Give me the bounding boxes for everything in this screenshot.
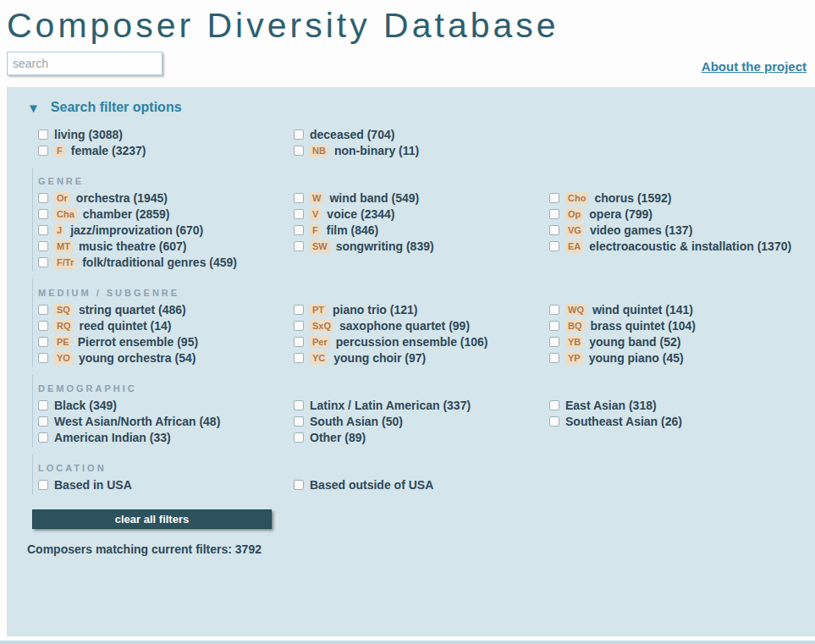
checkbox-unchecked[interactable] [294, 353, 304, 363]
checkbox-unchecked[interactable] [38, 209, 48, 219]
filter-checkbox-item[interactable]: Other (89) [294, 431, 549, 444]
checkbox-unchecked[interactable] [549, 193, 559, 203]
filter-section: LOCATION Based in USA Based outside of U… [32, 454, 801, 494]
filter-checkbox-item[interactable]: American Indian (33) [38, 431, 294, 444]
filter-checkbox-item[interactable]: Southeast Asian (26) [549, 415, 801, 428]
filter-checkbox-item[interactable]: YO young orchestra (54) [38, 351, 294, 365]
checkbox-unchecked[interactable] [38, 353, 48, 363]
filter-checkbox-item[interactable]: RQ reed quintet (14) [38, 319, 294, 333]
checkbox-unchecked[interactable] [294, 225, 304, 235]
checkbox-unchecked[interactable] [549, 241, 559, 251]
checkbox-unchecked[interactable] [549, 337, 559, 347]
checkbox-unchecked[interactable] [294, 321, 304, 331]
filter-checkbox-item[interactable]: West Asian/North African (48) [38, 415, 294, 428]
filter-abbr-badge: YB [565, 336, 583, 349]
checkbox-unchecked[interactable] [38, 480, 48, 490]
checkbox-unchecked[interactable] [38, 193, 48, 203]
bottom-divider-bar [0, 641, 815, 644]
filter-column: living (3088) F female (3237) [38, 125, 294, 160]
checkbox-unchecked[interactable] [38, 305, 48, 315]
filter-label: chamber (2859) [83, 207, 170, 221]
filter-checkbox-item[interactable]: PT piano trio (121) [294, 303, 549, 316]
checkbox-unchecked[interactable] [549, 305, 559, 315]
checkbox-unchecked[interactable] [38, 225, 48, 235]
filter-checkbox-item[interactable]: Based outside of USA [294, 478, 549, 492]
clear-all-filters-button[interactable]: clear all filters [32, 509, 272, 529]
checkbox-unchecked[interactable] [294, 241, 304, 251]
filter-checkbox-item[interactable]: deceased (704) [294, 128, 549, 141]
checkbox-unchecked[interactable] [549, 416, 559, 427]
filter-checkbox-item[interactable]: Latinx / Latin American (337) [294, 399, 549, 412]
filter-abbr-badge: F [54, 145, 65, 157]
filter-checkbox-item[interactable]: Cha chamber (2859) [38, 207, 294, 221]
checkbox-unchecked[interactable] [294, 193, 304, 203]
filter-checkbox-item[interactable]: F female (3237) [38, 144, 294, 157]
filter-checkbox-item[interactable]: PE Pierrot ensemble (95) [38, 335, 294, 349]
filter-checkbox-item[interactable]: BQ brass quintet (104) [549, 319, 801, 333]
filter-label: young piano (45) [589, 351, 684, 365]
filter-checkbox-item[interactable]: SxQ saxophone quartet (99) [294, 319, 549, 333]
checkbox-unchecked[interactable] [38, 321, 48, 331]
filter-checkbox-item[interactable]: YC young choir (97) [294, 351, 549, 365]
filter-panel: ▼ Search filter options living (3088) F … [7, 87, 815, 636]
collapse-triangle-icon[interactable]: ▼ [27, 102, 40, 114]
filter-label: folk/traditional genres (459) [82, 256, 237, 269]
checkbox-unchecked[interactable] [549, 225, 559, 235]
checkbox-unchecked[interactable] [294, 146, 304, 156]
about-project-link[interactable]: About the project [702, 59, 807, 75]
filter-checkbox-item[interactable]: South Asian (50) [294, 415, 549, 428]
filter-checkbox-item[interactable]: F/Tr folk/traditional genres (459) [38, 256, 294, 269]
filter-label: film (846) [327, 223, 378, 237]
checkbox-unchecked[interactable] [294, 337, 304, 347]
checkbox-unchecked[interactable] [294, 305, 304, 315]
filter-checkbox-item[interactable]: Op opera (799) [549, 207, 801, 221]
checkbox-unchecked[interactable] [38, 337, 48, 347]
checkbox-unchecked[interactable] [294, 416, 304, 427]
checkbox-unchecked[interactable] [294, 432, 304, 443]
filter-label: jazz/improvization (670) [70, 223, 203, 237]
checkbox-unchecked[interactable] [38, 241, 48, 251]
checkbox-unchecked[interactable] [38, 257, 48, 267]
filter-checkbox-item[interactable]: East Asian (318) [549, 399, 801, 412]
search-input[interactable] [7, 52, 162, 75]
checkbox-unchecked[interactable] [294, 480, 304, 490]
checkbox-unchecked[interactable] [38, 400, 48, 410]
checkbox-unchecked[interactable] [294, 129, 304, 140]
filter-options-toggle[interactable]: ▼ Search filter options [27, 100, 801, 115]
filter-checkbox-item[interactable]: Black (349) [38, 399, 294, 412]
filter-checkbox-item[interactable]: Per percussion ensemble (106) [294, 335, 549, 349]
checkbox-unchecked[interactable] [549, 353, 559, 363]
checkbox-unchecked[interactable] [294, 400, 304, 410]
filter-checkbox-item[interactable]: NB non-binary (11) [294, 144, 549, 157]
checkbox-unchecked[interactable] [38, 416, 48, 427]
filter-checkbox-item[interactable]: WQ wind quintet (141) [549, 303, 801, 316]
filter-checkbox-item[interactable]: YB young band (52) [549, 335, 801, 349]
filter-checkbox-item[interactable]: SW songwriting (839) [294, 239, 549, 253]
filter-checkbox-item[interactable]: Based in USA [38, 478, 294, 492]
checkbox-unchecked[interactable] [549, 400, 559, 410]
checkbox-unchecked[interactable] [38, 432, 48, 443]
filter-label: reed quintet (14) [80, 319, 172, 333]
filter-abbr-badge: VG [565, 224, 584, 237]
filter-label: chorus (1592) [594, 191, 671, 205]
filter-label: music theatre (607) [79, 239, 187, 253]
checkbox-unchecked[interactable] [38, 146, 48, 156]
filter-checkbox-item[interactable]: VG video games (137) [549, 223, 801, 237]
filter-checkbox-item[interactable]: V voice (2344) [294, 207, 549, 221]
filter-checkbox-item[interactable]: Or orchestra (1945) [38, 191, 294, 205]
filter-checkbox-item[interactable]: F film (846) [294, 223, 549, 237]
filter-abbr-badge: SxQ [310, 320, 333, 333]
checkbox-unchecked[interactable] [549, 209, 559, 219]
filter-checkbox-item[interactable]: SQ string quartet (486) [38, 303, 294, 316]
filter-checkbox-item[interactable]: Cho chorus (1592) [549, 191, 801, 205]
checkbox-unchecked[interactable] [549, 321, 559, 331]
checkbox-unchecked[interactable] [38, 129, 48, 140]
filter-checkbox-item[interactable]: YP young piano (45) [549, 351, 801, 365]
checkbox-unchecked[interactable] [294, 209, 304, 219]
page-title: Composer Diversity Database [7, 5, 807, 47]
filter-checkbox-item[interactable]: EA electroacoustic & installation (1370) [549, 239, 801, 253]
filter-checkbox-item[interactable]: living (3088) [38, 128, 294, 141]
filter-checkbox-item[interactable]: W wind band (549) [294, 191, 549, 205]
filter-checkbox-item[interactable]: MT music theatre (607) [38, 239, 294, 253]
filter-checkbox-item[interactable]: J jazz/improvization (670) [38, 223, 294, 237]
